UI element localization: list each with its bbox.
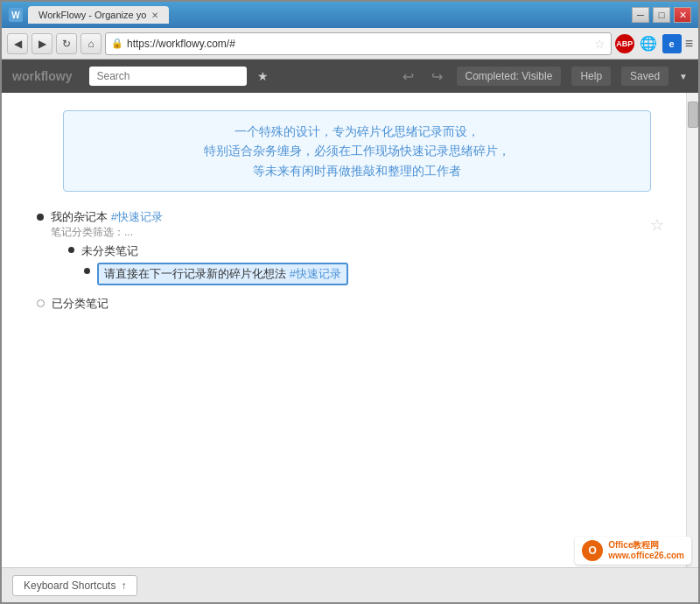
tooltip-line2: 特别适合杂务缠身，必须在工作现场快速记录思绪碎片， [204,144,510,158]
watermark-line1: Office教程网 [608,540,684,551]
highlighted-input-item[interactable]: 请直接在下一行记录新的碎片化想法 #快速记录 [97,263,348,285]
adblock-icon[interactable]: ABP [615,34,634,53]
help-btn[interactable]: Help [571,67,611,86]
input-item-text: 请直接在下一行记录新的碎片化想法 [104,267,286,280]
scrollbar-thumb[interactable] [688,102,698,128]
app-logo: workflowy [12,69,72,83]
forward-btn[interactable]: ▶ [32,33,52,54]
back-btn[interactable]: ◀ [7,33,28,54]
watermark: O Office教程网 www.office26.com [575,537,691,565]
search-star-icon[interactable]: ★ [257,69,269,83]
favorite-star-icon[interactable]: ☆ [650,215,664,235]
sub-bullet-dot [68,247,74,253]
sub-list: 未分类笔记 请直接在下一行记录新的碎片化想法 #快速记录 [68,243,348,285]
menu-icon[interactable]: ≡ [685,36,693,52]
toolbar-icons: ABP 🌐 e ≡ [615,33,693,54]
home-btn[interactable]: ⌂ [80,33,102,54]
root-item-sub: 笔记分类筛选：... [51,226,133,238]
ie-icon[interactable]: e [662,34,682,53]
root-item-tag[interactable]: #快速记录 [111,210,163,223]
browser-icon-1[interactable]: 🌐 [638,33,659,54]
search-input[interactable] [89,67,247,86]
window-controls: ─ □ ✕ [632,7,691,23]
classified-list-item: 已分类笔记 [37,296,668,312]
bullet-dot [37,214,44,221]
app-window: W WorkFlowy - Organize yo ✕ ─ □ ✕ ◀ ▶ ↻ … [0,0,700,604]
classified-label: 已分类笔记 [52,296,108,312]
content-area: 一个特殊的设计，专为碎片化思绪记录而设， 特别适合杂务缠身，必须在工作现场快速记… [2,93,686,567]
watermark-icon: O [582,540,603,561]
main-content: 一个特殊的设计，专为碎片化思绪记录而设， 特别适合杂务缠身，必须在工作现场快速记… [2,93,698,567]
redo-btn[interactable]: ↪ [428,67,446,87]
keyboard-arrow-icon: ↑ [121,579,126,592]
refresh-btn[interactable]: ↻ [56,33,77,54]
bookmark-star-icon[interactable]: ☆ [594,37,606,51]
keyboard-shortcuts-btn[interactable]: Keyboard Shortcuts ↑ [12,575,137,596]
maximize-btn[interactable]: □ [653,7,670,23]
input-item-tag[interactable]: #快速记录 [290,267,341,280]
app-icon: W [9,8,23,22]
input-bullet-dot [84,268,90,274]
lock-icon: 🔒 [111,38,123,49]
close-btn[interactable]: ✕ [674,7,691,23]
app-header: workflowy ★ ↩ ↪ Completed: Visible Help … [2,60,698,93]
list-item: 我的杂记本 #快速记录 笔记分类筛选：... 未分类笔记 [37,209,668,289]
close-tab-btn[interactable]: ✕ [151,11,158,20]
watermark-line2: www.office26.com [608,551,684,561]
minimize-btn[interactable]: ─ [632,7,649,23]
bullet-list: 我的杂记本 #快速记录 笔记分类筛选：... 未分类笔记 [37,209,668,312]
address-bar-container: 🔒 ☆ [105,32,612,55]
root-item-content: 我的杂记本 #快速记录 笔记分类筛选：... 未分类笔记 [51,209,348,289]
tooltip-line1: 一个特殊的设计，专为碎片化思绪记录而设， [234,124,480,138]
tooltip-text: 一个特殊的设计，专为碎片化思绪记录而设， 特别适合杂务缠身，必须在工作现场快速记… [78,122,636,180]
browser-tab[interactable]: WorkFlowy - Organize yo ✕ [28,6,169,24]
scrollbar[interactable] [686,93,698,567]
saved-dropdown-icon[interactable]: ▼ [679,72,688,81]
classified-bullet-dot [37,299,45,307]
sub-list-item: 未分类笔记 [68,243,348,259]
watermark-text: Office教程网 www.office26.com [608,540,684,561]
keyboard-shortcuts-label: Keyboard Shortcuts [24,579,116,592]
root-item-label: 我的杂记本 [51,210,108,223]
tab-title: WorkFlowy - Organize yo [38,10,146,20]
saved-btn[interactable]: Saved [621,67,668,86]
sub-list-item-input: 请直接在下一行记录新的碎片化想法 #快速记录 [84,263,348,285]
tooltip-line3: 等未来有闲时再做推敲和整理的工作者 [253,164,461,178]
address-bar[interactable] [127,38,591,50]
footer: Keyboard Shortcuts ↑ [2,567,698,602]
title-bar: W WorkFlowy - Organize yo ✕ ─ □ ✕ [2,2,698,28]
undo-btn[interactable]: ↩ [399,67,417,87]
browser-toolbar: ◀ ▶ ↻ ⌂ 🔒 ☆ ABP 🌐 e ≡ [2,28,698,60]
tooltip-box: 一个特殊的设计，专为碎片化思绪记录而设， 特别适合杂务缠身，必须在工作现场快速记… [63,110,651,192]
unclassified-label: 未分类笔记 [81,243,138,259]
completed-visible-btn[interactable]: Completed: Visible [457,67,562,86]
